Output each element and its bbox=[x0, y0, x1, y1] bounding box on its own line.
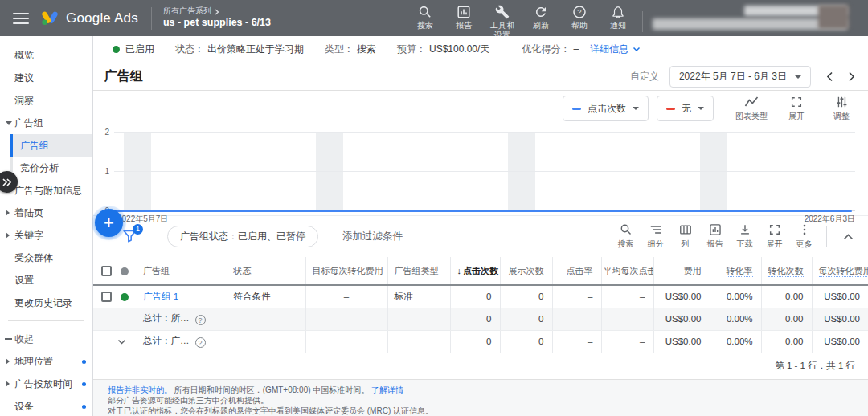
col-header-impressions[interactable]: 展示次数 bbox=[500, 257, 552, 285]
help-icon[interactable]: ? bbox=[195, 337, 206, 348]
breadcrumb-parent[interactable]: 所有广告系列 bbox=[163, 6, 271, 17]
report-icon bbox=[709, 223, 722, 236]
y-tick-label: 1 bbox=[96, 167, 109, 176]
filter-button[interactable]: 1 bbox=[122, 228, 140, 246]
gridline bbox=[114, 171, 855, 172]
col-header-adgroup[interactable]: 广告组 bbox=[137, 257, 227, 285]
table-row-total-adgroups: 总计：广…? 0 0 – – US$0.00 0.00% 0.00 US$0.0… bbox=[93, 330, 868, 353]
sidebar-item-overview[interactable]: 概览 bbox=[0, 44, 92, 67]
chevron-left-icon[interactable] bbox=[826, 71, 833, 82]
sidebar-item-auction-insights[interactable]: 竞价分析 bbox=[10, 157, 92, 179]
chart-type-button[interactable]: 图表类型 bbox=[733, 96, 770, 122]
date-range-picker[interactable]: 2022年 5月 7日 - 6月 3日 bbox=[669, 66, 811, 88]
refresh-button[interactable]: 刷新 bbox=[523, 5, 559, 36]
footer-line-3: 对于已认证的指标，您会在列标题的悬停文字中看到美国媒体评定委员会 (MRC) 认… bbox=[108, 406, 857, 416]
gridline bbox=[114, 132, 855, 133]
pagination-status: 第 1 - 1 行，共 1 行 bbox=[93, 353, 868, 379]
help-icon: ? bbox=[572, 5, 587, 19]
col-header-type[interactable]: 广告组类型 bbox=[387, 257, 450, 285]
sidebar-item-recommendations[interactable]: 建议 bbox=[0, 67, 92, 89]
toolbar-divider bbox=[826, 226, 827, 247]
col-header-avg-cpc[interactable]: 平均每次点击 bbox=[601, 257, 653, 285]
col-header-cost-per-conv[interactable]: 每次转化费用 bbox=[812, 257, 868, 285]
more-button[interactable]: 更多 bbox=[789, 223, 819, 250]
topbar-divider bbox=[151, 7, 152, 30]
x-axis-start-label: 2022年5月7日 bbox=[117, 214, 168, 225]
select-all-checkbox[interactable] bbox=[101, 266, 112, 276]
date-nav bbox=[826, 71, 855, 82]
triangle-right-icon bbox=[6, 358, 10, 365]
columns-button[interactable]: 列 bbox=[670, 223, 700, 250]
sidebar-item-adgroups[interactable]: 广告组 bbox=[10, 134, 92, 157]
add-filter-button[interactable]: 添加过滤条件 bbox=[342, 230, 403, 243]
sidebar-item-settings[interactable]: 设置 bbox=[0, 269, 92, 292]
line-chart-icon bbox=[744, 96, 759, 108]
not-realtime-link[interactable]: 报告并非实时的。 bbox=[108, 385, 172, 394]
sidebar-item-collapse[interactable]: 收起 bbox=[0, 328, 92, 350]
chart-adjust-button[interactable]: 调整 bbox=[823, 96, 860, 122]
sidebar-item-audiences[interactable]: 受众群体 bbox=[0, 247, 92, 269]
x-axis-end-label: 2022年6月3日 bbox=[805, 214, 855, 225]
cell-clicks: 0 bbox=[450, 285, 500, 308]
cell-cost: US$0.00 bbox=[653, 285, 710, 308]
chevron-right-icon[interactable] bbox=[848, 71, 855, 82]
search-button[interactable]: 搜索 bbox=[407, 5, 443, 36]
col-header-cost[interactable]: 费用 bbox=[653, 257, 710, 285]
enabled-dot-icon bbox=[113, 46, 120, 53]
sidebar-item-landing-pages[interactable]: 着陆页 bbox=[0, 202, 92, 224]
col-header-clicks-sorted[interactable]: ↓点击次数 bbox=[450, 257, 500, 285]
col-header-conversions[interactable]: 转化次数 bbox=[761, 257, 812, 285]
collapse-table-button[interactable] bbox=[834, 234, 862, 240]
notifications-button[interactable]: 通知 bbox=[600, 5, 636, 36]
table-expand-button[interactable]: 展开 bbox=[760, 223, 789, 250]
col-header-status[interactable]: 状态 bbox=[227, 257, 305, 285]
col-header-target-cpa[interactable]: 目标每次转化费用 bbox=[305, 257, 387, 285]
sidebar-item-adgroups-parent[interactable]: 广告组 bbox=[0, 112, 92, 134]
caret-down-icon bbox=[633, 107, 639, 110]
chevron-up-icon bbox=[843, 234, 854, 240]
table-search-button[interactable]: 搜索 bbox=[611, 223, 641, 250]
col-header-ctr[interactable]: 点击率 bbox=[552, 257, 601, 285]
collapse-minus-icon bbox=[5, 338, 12, 340]
breadcrumb-current[interactable]: us - pet supplies - 6/13 bbox=[163, 17, 271, 30]
adgroup-link[interactable]: 广告组 1 bbox=[143, 292, 178, 301]
row-checkbox[interactable] bbox=[101, 292, 112, 302]
sidebar-item-keywords[interactable]: 关键字 bbox=[0, 224, 92, 247]
col-header-conv-rate[interactable]: 转化率 bbox=[710, 257, 761, 285]
main-content: 已启用 状态：出价策略正处于学习期 类型：搜索 预算：US$100.00/天 优… bbox=[93, 36, 868, 416]
double-chevron-right-icon bbox=[2, 177, 13, 187]
campaign-status-field: 状态：出价策略正处于学习期 bbox=[175, 43, 304, 56]
account-info-redacted[interactable] bbox=[651, 0, 862, 36]
chart-expand-button[interactable]: 展开 bbox=[778, 96, 815, 122]
sidebar-item-locations[interactable]: 地理位置 bbox=[0, 350, 92, 373]
tools-settings-button[interactable]: 工具和设置 bbox=[485, 5, 520, 36]
search-icon bbox=[418, 5, 432, 19]
sidebar-item-insights[interactable]: 洞察 bbox=[0, 89, 92, 112]
sort-descending-icon: ↓ bbox=[457, 266, 462, 275]
help-button[interactable]: ? 帮助 bbox=[562, 5, 597, 36]
brand[interactable]: Google Ads bbox=[40, 9, 138, 28]
sidebar-item-change-history[interactable]: 更改历史记录 bbox=[0, 292, 92, 314]
table-row-total-all: 总计：所…? 0 0 – – US$0.00 0.00% 0.00 US$0.0… bbox=[93, 308, 868, 330]
add-adgroup-fab[interactable]: + bbox=[95, 209, 123, 237]
campaign-enabled[interactable]: 已启用 bbox=[113, 43, 154, 56]
search-icon bbox=[620, 223, 633, 236]
reports-button[interactable]: 报告 bbox=[446, 5, 481, 36]
sidebar-item-ad-schedule[interactable]: 广告投放时间 bbox=[0, 373, 92, 395]
metric-primary-dropdown[interactable]: 点击次数 bbox=[563, 96, 649, 121]
triangle-right-icon bbox=[6, 232, 10, 239]
filter-chip[interactable]: 广告组状态：已启用、已暂停 bbox=[167, 226, 318, 247]
refresh-icon bbox=[534, 5, 548, 19]
download-button[interactable]: 下载 bbox=[730, 223, 760, 250]
learn-more-link[interactable]: 了解详情 bbox=[371, 385, 403, 394]
triangle-right-icon bbox=[6, 210, 10, 216]
help-icon[interactable]: ? bbox=[195, 315, 206, 325]
report-button[interactable]: 报告 bbox=[700, 223, 730, 250]
segment-button[interactable]: 细分 bbox=[641, 223, 670, 250]
metric-secondary-dropdown[interactable]: 无 bbox=[657, 96, 714, 121]
menu-icon[interactable] bbox=[13, 13, 29, 24]
chevron-down-icon[interactable] bbox=[117, 339, 126, 345]
footer-notes: 报告并非实时的。 所有日期和时间的时区：(GMT+08:00) 中国标准时间。 … bbox=[93, 379, 868, 416]
details-link[interactable]: 详细信息 bbox=[590, 43, 641, 56]
sidebar-item-devices[interactable]: 设备 bbox=[0, 395, 92, 416]
